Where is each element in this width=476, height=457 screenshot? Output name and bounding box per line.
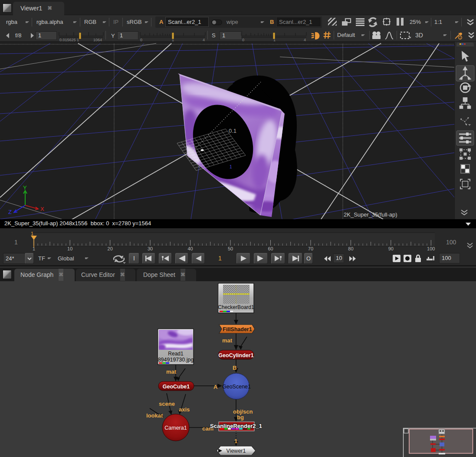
- svg-text:FillShader1: FillShader1: [223, 326, 252, 332]
- svg-text:894919730.jpg: 894919730.jpg: [158, 357, 194, 363]
- svg-text:100: 100: [446, 239, 456, 246]
- svg-text:50: 50: [228, 246, 233, 251]
- svg-text:axis: axis: [179, 406, 190, 413]
- svg-text:X: X: [40, 206, 44, 212]
- svg-text:20: 20: [108, 246, 113, 251]
- svg-text:B: B: [233, 365, 236, 371]
- svg-text:100: 100: [427, 246, 435, 251]
- svg-text:lookat: lookat: [146, 412, 163, 419]
- svg-text:2K_Super_35(full-ap): 2K_Super_35(full-ap): [344, 211, 397, 218]
- svg-text:GeoCube1: GeoCube1: [163, 384, 190, 390]
- svg-text:30: 30: [148, 246, 153, 251]
- svg-text:GeoScene1: GeoScene1: [222, 384, 251, 390]
- svg-text:90: 90: [388, 246, 394, 251]
- svg-text:Camera1: Camera1: [164, 425, 187, 431]
- svg-text:80: 80: [348, 246, 353, 251]
- svg-text:mat: mat: [222, 337, 233, 344]
- svg-text:CheckerBoard1: CheckerBoard1: [218, 304, 254, 310]
- svg-text:1: 1: [230, 164, 232, 169]
- svg-text:1: 1: [14, 239, 18, 246]
- svg-text:Z: Z: [8, 209, 12, 215]
- svg-text:60: 60: [268, 246, 273, 251]
- svg-text:40: 40: [187, 246, 193, 251]
- svg-text:scene: scene: [159, 401, 175, 407]
- svg-text:10: 10: [67, 246, 72, 251]
- svg-text:1: 1: [234, 438, 237, 444]
- svg-text:Viewer1: Viewer1: [227, 448, 246, 454]
- svg-text:GeoCylinder1: GeoCylinder1: [218, 352, 253, 358]
- svg-text:0.1: 0.1: [229, 128, 236, 134]
- svg-text:70: 70: [308, 246, 313, 251]
- svg-text:mat: mat: [166, 368, 177, 375]
- svg-text:1: 1: [31, 231, 33, 236]
- svg-text:Y: Y: [23, 184, 27, 191]
- svg-text:A: A: [213, 384, 218, 390]
- svg-text:bg: bg: [237, 414, 244, 421]
- svg-text:Read1: Read1: [168, 351, 184, 357]
